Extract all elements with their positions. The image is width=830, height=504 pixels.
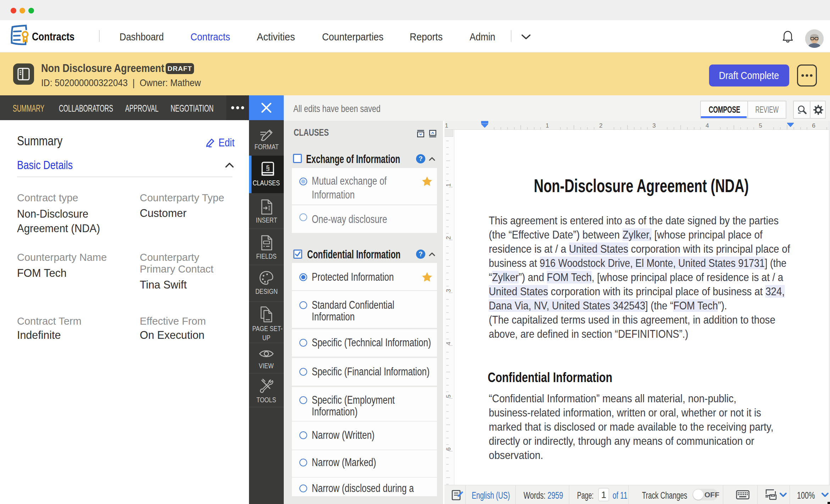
svg-text:§: § [266,164,270,172]
